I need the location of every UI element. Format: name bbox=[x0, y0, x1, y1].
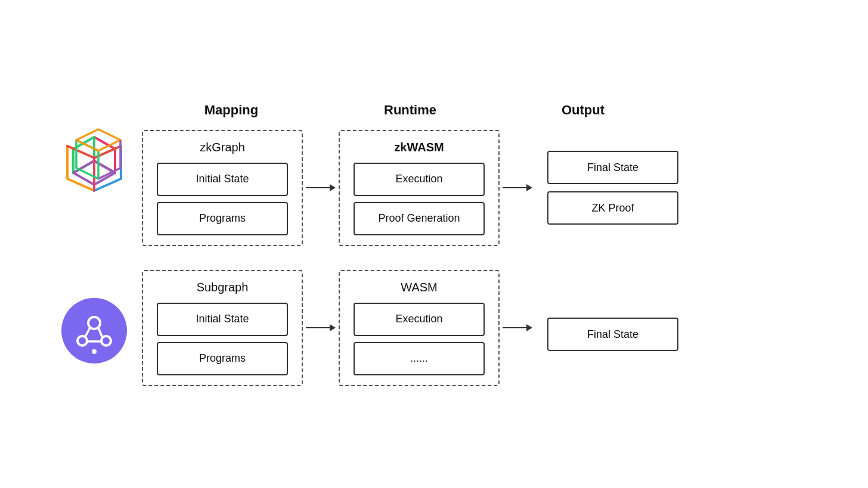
arrow-shape-3 bbox=[306, 324, 336, 331]
mapping-box2-2: Programs bbox=[157, 342, 288, 375]
arrow-4 bbox=[500, 324, 535, 331]
diagram-container: Mapping Runtime Output zkGraph Initial S… bbox=[46, 72, 822, 417]
mapping-dashed-box-1: zkGraph Initial State Programs bbox=[142, 130, 303, 246]
headers-row: Mapping Runtime Output bbox=[148, 102, 822, 118]
arrow-line-4 bbox=[503, 327, 526, 328]
diagram-row-1: zkGraph Initial State Programs zkWASM Ex… bbox=[142, 130, 822, 246]
runtime-title-2: WASM bbox=[401, 281, 437, 294]
arrow-line-2 bbox=[503, 187, 526, 188]
zkgraph-icon bbox=[55, 119, 133, 197]
mapping-title-2: Subgraph bbox=[197, 281, 249, 294]
runtime-box2-1: Proof Generation bbox=[354, 202, 485, 235]
arrow-shape-2 bbox=[503, 184, 532, 191]
output-box1-2: Final State bbox=[547, 318, 678, 351]
output-col-1: Final State ZK Proof bbox=[547, 151, 678, 225]
arrow-1 bbox=[303, 184, 339, 191]
header-runtime: Runtime bbox=[327, 102, 494, 118]
arrow-line-1 bbox=[306, 187, 330, 188]
svg-point-12 bbox=[92, 349, 97, 354]
runtime-dashed-box-1: zkWASM Execution Proof Generation bbox=[339, 130, 500, 246]
subgraph-icon-wrapper bbox=[52, 289, 136, 372]
arrow-shape-1 bbox=[306, 184, 336, 191]
arrow-line-3 bbox=[306, 327, 330, 328]
runtime-box1-2: Execution bbox=[354, 303, 485, 336]
arrow-head-4 bbox=[526, 324, 532, 331]
mapping-dashed-box-2: Subgraph Initial State Programs bbox=[142, 270, 303, 386]
arrow-head-2 bbox=[526, 184, 532, 191]
arrow-2 bbox=[500, 184, 535, 191]
mapping-title-1: zkGraph bbox=[200, 141, 245, 154]
mapping-box1-2: Initial State bbox=[157, 303, 288, 336]
output-box1-1: Final State bbox=[547, 151, 678, 184]
runtime-title-1: zkWASM bbox=[394, 141, 444, 154]
zk-icon-wrapper bbox=[52, 116, 136, 200]
runtime-box2-2: ...... bbox=[354, 342, 485, 375]
icons-column bbox=[46, 72, 142, 417]
content-area: Mapping Runtime Output zkGraph Initial S… bbox=[142, 102, 822, 386]
arrow-head-3 bbox=[330, 324, 336, 331]
subgraph-icon bbox=[61, 298, 127, 363]
header-mapping: Mapping bbox=[148, 102, 315, 118]
arrow-shape-4 bbox=[503, 324, 532, 331]
diagram-row-2: Subgraph Initial State Programs WASM Exe… bbox=[142, 270, 822, 386]
header-output: Output bbox=[517, 102, 649, 118]
mapping-box1-1: Initial State bbox=[157, 163, 288, 196]
output-col-2: Final State bbox=[547, 318, 678, 351]
arrow-head-1 bbox=[330, 184, 336, 191]
output-box2-1: ZK Proof bbox=[547, 191, 678, 225]
arrow-3 bbox=[303, 324, 339, 331]
rows-area: zkGraph Initial State Programs zkWASM Ex… bbox=[142, 130, 822, 386]
mapping-box2-1: Programs bbox=[157, 202, 288, 235]
runtime-dashed-box-2: WASM Execution ...... bbox=[339, 270, 500, 386]
runtime-box1-1: Execution bbox=[354, 163, 485, 196]
